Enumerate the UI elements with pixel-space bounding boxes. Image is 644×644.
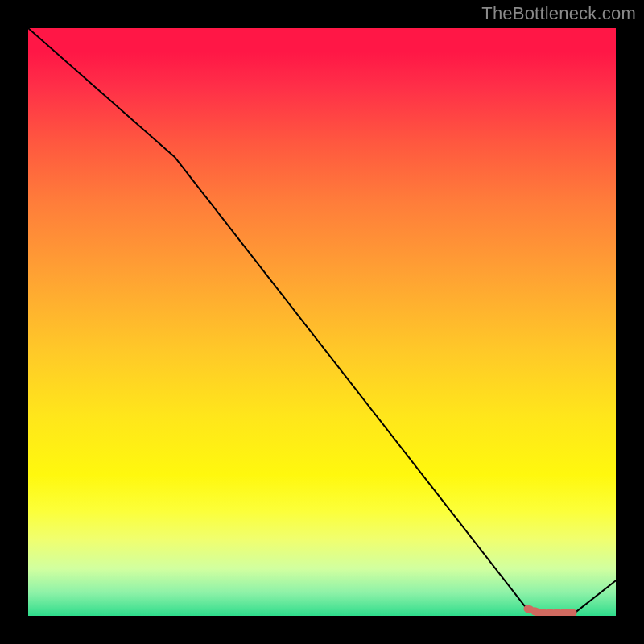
optimal-region-path	[528, 609, 575, 613]
bottleneck-curve-path	[28, 28, 616, 613]
chart-frame: TheBottleneck.com	[0, 0, 644, 644]
chart-svg	[28, 28, 616, 616]
watermark-text: TheBottleneck.com	[481, 3, 636, 24]
plot-area	[28, 28, 616, 616]
